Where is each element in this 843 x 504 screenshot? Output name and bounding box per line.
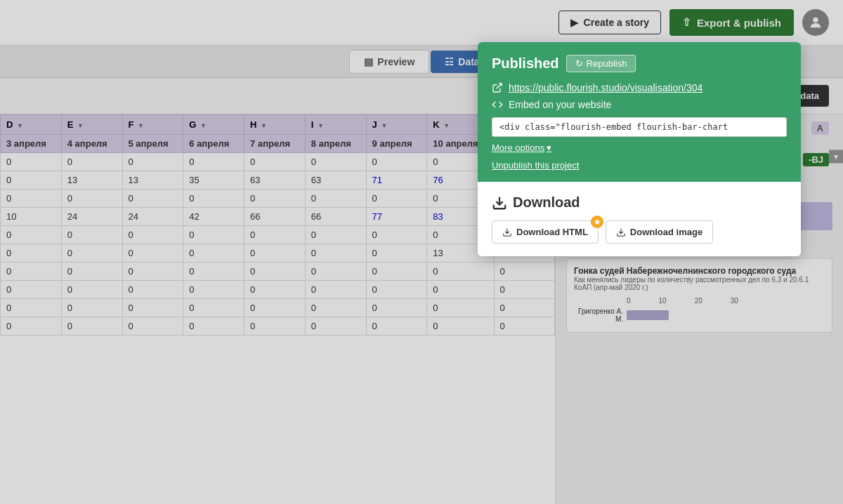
external-link-icon bbox=[492, 82, 503, 93]
download-html-button[interactable]: Download HTML ★ bbox=[492, 220, 599, 244]
republish-icon: ↻ bbox=[575, 58, 583, 69]
download-buttons: Download HTML ★ Download image bbox=[492, 220, 787, 244]
republish-button[interactable]: ↻ Republish bbox=[566, 55, 636, 72]
star-badge: ★ bbox=[591, 215, 603, 228]
image-download-icon bbox=[616, 227, 626, 237]
published-url[interactable]: https://public.flourish.studio/visualisa… bbox=[509, 82, 702, 93]
popup-published-section: Published ↻ Republish https://public.flo… bbox=[478, 42, 801, 182]
more-options-label: More options bbox=[492, 142, 544, 153]
download-title: Download bbox=[513, 194, 580, 211]
popup-download-section: Download Download HTML ★ Download image bbox=[478, 182, 801, 256]
code-icon bbox=[492, 99, 503, 110]
export-popup: Published ↻ Republish https://public.flo… bbox=[478, 42, 801, 256]
unpublish-link[interactable]: Unpublish this project bbox=[492, 160, 787, 171]
svg-line-1 bbox=[497, 84, 502, 88]
download-icon bbox=[492, 195, 507, 211]
embed-code-box[interactable]: <div class="flourish-embed flourish-bar-… bbox=[492, 117, 787, 137]
republish-label: Republish bbox=[587, 58, 627, 69]
published-url-row: https://public.flourish.studio/visualisa… bbox=[492, 82, 787, 93]
html-download-icon bbox=[502, 227, 512, 237]
embed-row: Embed on your website bbox=[492, 99, 787, 110]
download-image-label: Download image bbox=[630, 227, 702, 237]
embed-label: Embed on your website bbox=[509, 99, 611, 110]
more-options-button[interactable]: More options ▾ bbox=[492, 142, 551, 153]
chevron-down-icon: ▾ bbox=[547, 142, 551, 153]
popup-overlay[interactable]: Published ↻ Republish https://public.flo… bbox=[0, 0, 843, 504]
download-header: Download bbox=[492, 194, 787, 211]
download-image-button[interactable]: Download image bbox=[606, 220, 713, 244]
published-title: Published bbox=[492, 55, 559, 72]
published-header: Published ↻ Republish bbox=[492, 55, 787, 72]
download-html-label: Download HTML bbox=[516, 227, 588, 237]
